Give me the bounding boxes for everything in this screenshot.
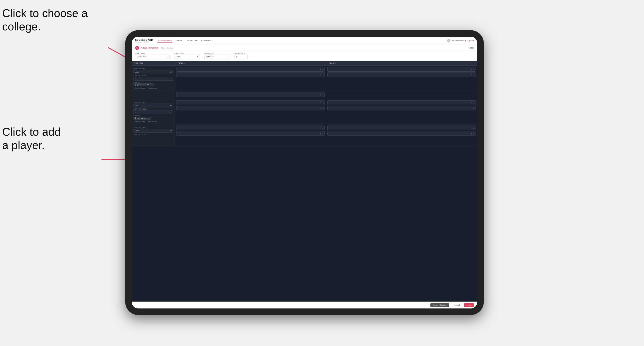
start-time-group: Start Time 10:00 ⏱ bbox=[174, 53, 200, 59]
player-chevron-icon[interactable]: ⌄ bbox=[322, 127, 323, 129]
tee-row-2: STARTING TIME: 10:10 ⏱ STARTING HOLE: 1 … bbox=[132, 99, 477, 124]
back-button[interactable]: ‹ Back bbox=[468, 47, 474, 49]
player-row-1b: × ⌄ bbox=[176, 72, 324, 77]
save-button[interactable]: Save bbox=[464, 303, 474, 307]
player-chevron-icon[interactable]: ⌄ bbox=[322, 133, 323, 134]
course-name-2: East Lake GC bbox=[137, 118, 147, 119]
nav-committee[interactable]: COMMITTEE bbox=[186, 39, 198, 42]
hole-spinner-2[interactable]: ▲▼ bbox=[170, 112, 172, 113]
start-time-input[interactable]: 10:00 ⏱ bbox=[174, 55, 200, 59]
player-x-icon[interactable]: × bbox=[471, 102, 472, 104]
nav-tournaments[interactable]: TOURNAMENTS bbox=[157, 39, 172, 42]
starting-time-value-1[interactable]: 10:00 ⏱ bbox=[134, 70, 173, 74]
col-team1: Team 1 bbox=[175, 61, 326, 65]
starting-time-value-3[interactable]: 10:20 ⏱ bbox=[134, 129, 173, 133]
cancel-button[interactable]: Cancel bbox=[451, 303, 462, 307]
remove-group-1[interactable]: ○ Remove Group bbox=[134, 87, 145, 89]
team2-cell-3: × ⌄ × ⌄ bbox=[326, 124, 477, 146]
player-x-icon[interactable]: × bbox=[471, 107, 472, 109]
course-edit-2[interactable]: ⌄ bbox=[149, 117, 150, 119]
player-x-icon[interactable]: × bbox=[320, 74, 321, 76]
player-chevron-icon[interactable]: ⌄ bbox=[322, 107, 323, 109]
sign-out-link[interactable]: Sign out bbox=[468, 40, 474, 42]
form-area: Start Type 1st Tee Start ⌄ Start Time 10… bbox=[132, 51, 477, 61]
add-player-x-icon[interactable]: × bbox=[320, 94, 321, 96]
top-nav: SCOREBOARD Powered by clippd TOURNAMENTS… bbox=[132, 37, 477, 45]
starting-time-label-2: STARTING TIME: bbox=[134, 102, 173, 103]
intervals-chevron: ⌄ bbox=[227, 56, 229, 58]
nav-email: blair@clippd.io bbox=[452, 40, 464, 42]
player-icons-1a: × ⌄ bbox=[320, 68, 323, 70]
player-chevron-icon[interactable]: ⌄ bbox=[322, 68, 323, 70]
col-tee-time: Tee Time bbox=[132, 61, 175, 65]
player-x-icon[interactable]: × bbox=[471, 68, 472, 70]
reset-button[interactable]: Reset Changes bbox=[430, 303, 449, 307]
player-row-3c: × ⌄ bbox=[328, 126, 476, 130]
player-x-icon[interactable]: × bbox=[471, 133, 472, 134]
sub-header: C Clippd Invitational (Men) Hosting ‹ Ba… bbox=[132, 45, 477, 51]
tee-row-3: STARTING TIME: 10:20 ⏱ STARTING HOLE: × … bbox=[132, 124, 477, 146]
player-row-1c: × ⌄ bbox=[328, 67, 476, 72]
starting-hole-label-2: STARTING HOLE: bbox=[134, 108, 173, 110]
course-remove-2[interactable]: × bbox=[147, 118, 148, 119]
player-chevron-icon[interactable]: ⌄ bbox=[473, 102, 474, 104]
starting-time-label-3: STARTING TIME: bbox=[134, 127, 173, 128]
player-course-row-1a[interactable]: × ⌄ bbox=[176, 92, 324, 97]
player-chevron-icon[interactable]: ⌄ bbox=[322, 74, 323, 76]
starting-hole-label-1: STARTING HOLE: bbox=[134, 75, 173, 76]
player-x-icon[interactable]: × bbox=[320, 102, 321, 104]
remove-group-2[interactable]: ○ Remove Group bbox=[134, 121, 145, 122]
intervals-group: Intervals 10 Minutes ⌄ bbox=[204, 53, 230, 59]
starting-hole-label-3: STARTING HOLE: bbox=[134, 134, 173, 135]
course-label-1: COURSE: bbox=[134, 82, 173, 83]
event-gender: (Men) bbox=[161, 47, 166, 49]
player-chevron-icon[interactable]: ⌄ bbox=[473, 127, 474, 129]
player-x-icon[interactable]: × bbox=[320, 107, 321, 109]
nav-links: TOURNAMENTS TEAMS COMMITTEE RANKINGS bbox=[157, 39, 447, 42]
player-chevron-icon[interactable]: ⌄ bbox=[473, 74, 474, 76]
player-icons-1b: × ⌄ bbox=[320, 74, 323, 76]
team2-cell-1: × ⌄ × ⌄ bbox=[326, 66, 477, 91]
team2-cell-2: × ⌄ × ⌄ bbox=[326, 99, 477, 124]
course-remove-1[interactable]: × bbox=[150, 84, 151, 86]
add-player-chevron-icon[interactable]: ⌄ bbox=[322, 94, 323, 96]
nav-teams[interactable]: TEAMS bbox=[176, 39, 182, 42]
add-group-1[interactable]: + Add Group bbox=[148, 87, 157, 89]
player-chevron-icon[interactable]: ⌄ bbox=[473, 107, 474, 109]
starting-hole-value-1[interactable]: 1 ▲▼ bbox=[134, 77, 173, 81]
add-group-2[interactable]: + Add Group bbox=[148, 121, 157, 122]
course-tag-1[interactable]: ⛳ (A) Peachtree GC × ⌄ bbox=[134, 83, 154, 86]
hole-spinner-1[interactable]: ▲▼ bbox=[170, 78, 172, 79]
player-x-icon[interactable]: × bbox=[320, 127, 321, 129]
player-x-icon[interactable]: × bbox=[320, 133, 321, 134]
course-tag-2[interactable]: ⛳ East Lake GC × ⌄ bbox=[134, 117, 151, 120]
clock-icon-2: ⏱ bbox=[170, 105, 172, 106]
team1-course-cell-1: × ⌄ bbox=[175, 91, 326, 99]
player-chevron-icon[interactable]: ⌄ bbox=[473, 133, 474, 134]
course-edit-1[interactable]: ⌄ bbox=[152, 84, 153, 86]
player-x-icon[interactable]: × bbox=[471, 127, 472, 129]
group-size-label: Group Size bbox=[234, 53, 248, 54]
starting-hole-value-2[interactable]: 1 ▲▼ bbox=[134, 110, 173, 114]
annotation-choose-college: Click to choose a college. bbox=[2, 6, 88, 33]
start-type-select[interactable]: 1st Tee Start ⌄ bbox=[135, 55, 170, 59]
start-time-value: 10:00 bbox=[176, 56, 180, 58]
player-x-icon[interactable]: × bbox=[320, 68, 321, 70]
nav-right: blair@clippd.io | Sign out bbox=[447, 39, 474, 42]
intervals-select[interactable]: 10 Minutes ⌄ bbox=[204, 55, 230, 59]
player-row-1a: × ⌄ bbox=[176, 67, 324, 72]
course-icon-2: ⛳ bbox=[134, 117, 136, 119]
bottom-bar: Reset Changes Cancel Save bbox=[132, 302, 477, 309]
start-type-chevron: ⌄ bbox=[167, 56, 168, 58]
group-size-select[interactable]: 3 ⌄ bbox=[234, 55, 248, 59]
clock-icon: ⏱ bbox=[197, 56, 198, 58]
nav-rankings[interactable]: RANKINGS bbox=[201, 39, 211, 42]
player-chevron-icon[interactable]: ⌄ bbox=[473, 68, 474, 70]
starting-time-value-2[interactable]: 10:10 ⏱ bbox=[134, 104, 173, 107]
starting-time-label-1: STARTING TIME: bbox=[134, 68, 173, 70]
tee-row: STARTING TIME: 10:00 ⏱ STARTING HOLE: 1 … bbox=[132, 66, 477, 91]
player-x-icon[interactable]: × bbox=[471, 74, 472, 76]
player-chevron-icon[interactable]: ⌄ bbox=[322, 102, 323, 104]
intervals-value: 10 Minutes bbox=[206, 56, 214, 58]
player-row-2c: × ⌄ bbox=[328, 100, 476, 105]
